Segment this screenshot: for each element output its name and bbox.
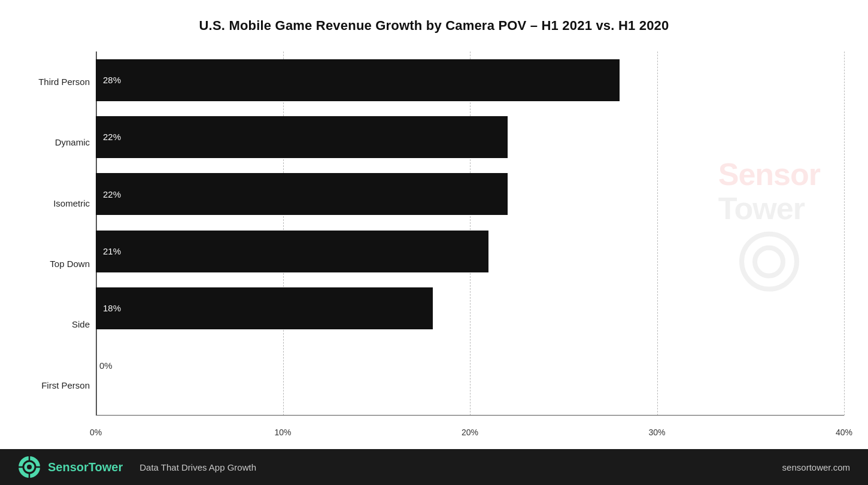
bar-fill: 28% xyxy=(96,59,620,101)
footer-tagline: Data That Drives App Growth xyxy=(139,462,256,472)
footer-brand: SensorTower xyxy=(48,460,123,474)
bar-value-label: 18% xyxy=(103,303,121,313)
x-tick-label-10%: 10% xyxy=(274,428,291,437)
footer-url: sensortower.com xyxy=(782,462,850,472)
bar-value-label: 22% xyxy=(103,132,121,142)
bar-fill: 21% xyxy=(96,231,488,272)
y-labels: Third PersonDynamicIsometricTop DownSide… xyxy=(24,51,96,437)
x-tick-label-30%: 30% xyxy=(648,428,665,437)
bar-row-first-person: 0% xyxy=(96,337,844,394)
bar-value-label: 21% xyxy=(103,246,121,256)
footer-left: SensorTower Data That Drives App Growth xyxy=(18,456,256,478)
bar-value-label: 0% xyxy=(99,360,113,371)
bar-row-third-person: 28% xyxy=(96,51,844,108)
sensortower-logo-icon xyxy=(18,456,41,478)
x-axis: 0%10%20%30%40% xyxy=(96,416,844,437)
bar-row-side: 18% xyxy=(96,280,844,337)
chart-title: U.S. Mobile Game Revenue Growth by Camer… xyxy=(24,18,844,34)
bars-container: 28%22%22%21%18%0% 0%10%20%30%40% xyxy=(96,51,844,437)
bar-fill: 22% xyxy=(96,173,508,215)
chart-area: U.S. Mobile Game Revenue Growth by Camer… xyxy=(0,0,868,449)
y-label-top-down: Top Down xyxy=(24,237,90,291)
y-label-side: Side xyxy=(24,298,90,351)
bar-value-label: 28% xyxy=(103,75,121,85)
bars-and-axes: Third PersonDynamicIsometricTop DownSide… xyxy=(24,51,844,437)
x-tick-label-40%: 40% xyxy=(836,428,852,437)
bar-track: 21% xyxy=(96,231,844,272)
chart-content: Third PersonDynamicIsometricTop DownSide… xyxy=(24,51,844,437)
y-label-first-person: First Person xyxy=(24,358,90,412)
bar-row-top-down: 21% xyxy=(96,223,844,280)
bar-row-dynamic: 22% xyxy=(96,108,844,165)
svg-point-2 xyxy=(27,465,32,469)
bar-track: 18% xyxy=(96,287,844,329)
footer-tower: Tower xyxy=(89,460,123,474)
bar-track: 22% xyxy=(96,173,844,215)
bar-track: 28% xyxy=(96,59,844,101)
footer: SensorTower Data That Drives App Growth … xyxy=(0,449,868,485)
grid-line-40% xyxy=(844,51,845,416)
x-tick-label-20%: 20% xyxy=(462,428,478,437)
footer-sensor: Sensor xyxy=(48,460,89,474)
x-tick-label-0%: 0% xyxy=(90,428,102,437)
y-label-dynamic: Dynamic xyxy=(24,116,90,169)
bar-track: 22% xyxy=(96,116,844,158)
y-label-isometric: Isometric xyxy=(24,176,90,230)
bar-fill: 18% xyxy=(96,287,433,329)
bar-track: 0% xyxy=(96,344,844,386)
bar-fill: 22% xyxy=(96,116,508,158)
bar-row-isometric: 22% xyxy=(96,166,844,223)
y-label-third-person: Third Person xyxy=(24,55,90,109)
bars-rows: 28%22%22%21%18%0% xyxy=(96,51,844,416)
bar-value-label: 22% xyxy=(103,189,121,199)
